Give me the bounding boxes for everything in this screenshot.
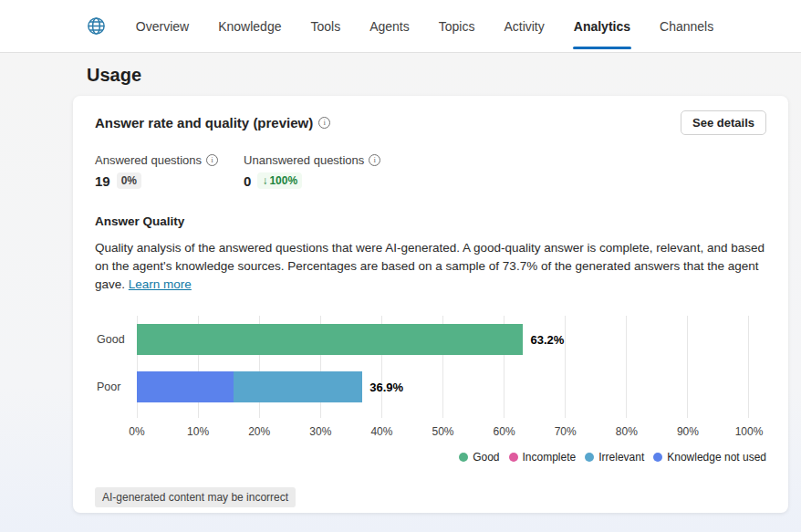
- x-tick-label: 0%: [129, 425, 144, 438]
- app-window: OverviewKnowledgeToolsAgentsTopicsActivi…: [0, 0, 801, 532]
- bar-value-label: 63.2%: [530, 333, 564, 347]
- legend-dot-icon: [653, 453, 662, 462]
- quality-description-text: Quality analysis of the answered questio…: [95, 241, 765, 291]
- answer-rate-card: Answer rate and quality (preview) i See …: [73, 96, 788, 513]
- x-tick-label: 70%: [555, 425, 577, 438]
- x-tick-label: 40%: [370, 425, 392, 438]
- info-icon[interactable]: i: [369, 154, 380, 166]
- stat-value: 19: [95, 173, 110, 189]
- tab-agents[interactable]: Agents: [369, 0, 411, 52]
- stat-unanswered-questions: Unanswered questions i 0 ↓100%: [244, 153, 380, 189]
- x-tick-label: 100%: [735, 425, 764, 438]
- see-details-button[interactable]: See details: [681, 110, 766, 135]
- legend-dot-icon: [509, 453, 518, 462]
- legend-dot-icon: [459, 453, 468, 462]
- tab-overview[interactable]: Overview: [135, 0, 190, 52]
- bar-value-label: 36.9%: [369, 381, 403, 394]
- chart-plot: 63.2%36.9%: [137, 316, 749, 418]
- bar-segment-knowledge-not-used[interactable]: [137, 371, 234, 402]
- tab-analytics[interactable]: Analytics: [573, 0, 631, 52]
- stat-answered-questions: Answered questions i 19 0%: [95, 153, 218, 189]
- answer-quality-chart: GoodPoor 63.2%36.9%: [95, 316, 766, 418]
- stat-label: Unanswered questions: [244, 153, 364, 167]
- legend-item-irrelevant: Irrelevant: [585, 451, 644, 464]
- bar-segment-irrelevant[interactable]: [234, 371, 362, 402]
- ai-disclaimer-badge: AI-generated content may be incorrect: [95, 487, 296, 507]
- legend-item-good: Good: [459, 451, 499, 464]
- x-tick-label: 90%: [677, 425, 699, 438]
- chart-row-poor: 36.9%: [137, 371, 748, 402]
- bar-segment-good[interactable]: [137, 324, 523, 355]
- globe-icon[interactable]: [87, 16, 106, 36]
- info-icon[interactable]: i: [206, 154, 218, 166]
- tab-knowledge[interactable]: Knowledge: [217, 0, 282, 52]
- chart-row-good: 63.2%: [137, 324, 748, 355]
- category-label-good: Good: [95, 324, 137, 355]
- content-area: Usage Answer rate and quality (preview) …: [0, 53, 801, 532]
- info-icon[interactable]: i: [318, 117, 330, 129]
- legend-item-knowledge-not-used: Knowledge not used: [653, 451, 766, 464]
- chart-x-axis: 0%10%20%30%40%50%60%70%80%90%100%: [137, 425, 749, 440]
- x-tick-label: 30%: [309, 425, 331, 438]
- card-title: Answer rate and quality (preview): [95, 115, 313, 130]
- stat-change-badge: ↓100%: [257, 172, 302, 189]
- arrow-down-icon: ↓: [262, 174, 267, 187]
- chart-category-labels: GoodPoor: [95, 316, 137, 418]
- stat-value: 0: [244, 173, 251, 189]
- stat-label: Answered questions: [95, 153, 202, 167]
- legend-dot-icon: [585, 453, 594, 462]
- stat-change-badge: 0%: [117, 172, 141, 189]
- tab-tools[interactable]: Tools: [309, 0, 341, 52]
- learn-more-link[interactable]: Learn more: [129, 277, 192, 291]
- answer-quality-heading: Answer Quality: [95, 214, 766, 228]
- x-tick-label: 20%: [248, 425, 270, 438]
- quality-description: Quality analysis of the answered questio…: [95, 239, 766, 294]
- top-nav: OverviewKnowledgeToolsAgentsTopicsActivi…: [0, 0, 801, 53]
- x-tick-label: 10%: [187, 425, 209, 438]
- page-title: Usage: [87, 65, 788, 86]
- chart-legend: GoodIncompleteIrrelevantKnowledge not us…: [95, 451, 766, 464]
- stats-row: Answered questions i 19 0% Unanswered qu…: [95, 153, 766, 189]
- x-tick-label: 60%: [494, 425, 515, 438]
- x-tick-label: 80%: [616, 425, 638, 438]
- tab-channels[interactable]: Channels: [659, 0, 714, 52]
- tab-activity[interactable]: Activity: [503, 0, 545, 52]
- card-header: Answer rate and quality (preview) i See …: [95, 110, 766, 135]
- category-label-poor: Poor: [95, 371, 137, 402]
- legend-item-incomplete: Incomplete: [509, 451, 577, 464]
- nav-tab-list: OverviewKnowledgeToolsAgentsTopicsActivi…: [87, 0, 714, 52]
- tab-topics[interactable]: Topics: [438, 0, 476, 52]
- x-tick-label: 50%: [432, 425, 453, 438]
